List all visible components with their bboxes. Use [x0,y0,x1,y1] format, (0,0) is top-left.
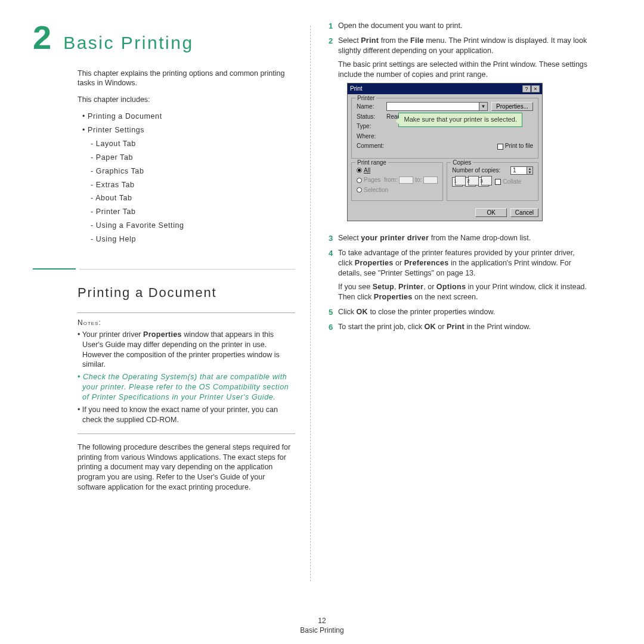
steps-list: 1 Open the document you want to print. 2… [329,21,588,335]
printer-name-dropdown[interactable]: ▼ [386,102,488,111]
page-footer: 12 Basic Printing [0,617,644,634]
running-title: Basic Printing [0,626,644,634]
section-title: Printing a Document [78,284,295,302]
toc-item: Printing a Document [78,112,295,122]
toc-subitem: Using a Favorite Setting [86,221,295,231]
includes-label: This chapter includes: [78,95,295,105]
print-range-label: Print range [355,159,388,167]
toc-subitem: Printer Tab [86,207,295,217]
left-column: 2 Basic Printing This chapter explains t… [33,21,307,581]
printer-group-label: Printer [355,94,376,103]
toc-subitem: Using Help [86,234,295,244]
step: 6 To start the print job, click OK or Pr… [329,322,588,336]
collate-checkbox[interactable] [495,179,501,185]
cancel-button[interactable]: Cancel [510,208,538,217]
notes-label: Notes: [78,318,295,327]
toc-item: Printer Settings [78,125,295,135]
help-icon[interactable]: ? [522,85,531,92]
section-rule [33,268,295,270]
right-column: 1 Open the document you want to print. 2… [314,21,588,581]
step: 5 Click OK to close the printer properti… [329,307,588,321]
notes-box: Notes: Your printer driver Properties wi… [78,312,295,434]
range-pages-radio[interactable] [357,178,362,183]
toc-subitem: Layout Tab [86,139,295,149]
from-input[interactable] [399,177,413,184]
column-divider [310,26,311,581]
chapter-title: Basic Printing [63,31,193,55]
ok-button[interactable]: OK [475,208,506,217]
step: 2 Select Print from the File menu. The P… [329,36,588,233]
dialog-titlebar: Print ?× [348,83,542,94]
note-item-emphasis: Check the Operating System(s) that are c… [78,372,295,402]
toc-subitem: Graphics Tab [86,166,295,177]
chapter-number: 2 [33,21,51,54]
toc-subitem: Extras Tab [86,180,295,190]
chevron-down-icon[interactable]: ▼ [479,103,487,110]
to-input[interactable] [423,177,438,184]
page-number: 12 [0,617,644,625]
closing-para: The following procedure describes the ge… [78,442,295,493]
close-icon[interactable]: × [531,85,540,92]
copies-input[interactable]: 1 [510,166,527,175]
chapter-intro: This chapter explains the printing optio… [78,69,295,89]
chapter-heading: 2 Basic Printing [33,21,295,55]
print-dialog: Print ?× Printer Name: ▼ [347,83,543,221]
copies-group-label: Copies [451,159,473,167]
step: 4 To take advantage of the printer featu… [329,248,588,305]
callout-tip: Make sure that your printer is selected. [398,113,522,127]
range-all-radio[interactable] [357,168,362,173]
toc-list: Printing a Document Printer Settings Lay… [78,112,295,244]
step: 3 Select your printer driver from the Na… [329,233,588,247]
step: 1 Open the document you want to print. [329,21,588,35]
spinner-buttons[interactable]: ▲▼ [527,166,533,175]
range-selection-radio[interactable] [357,187,362,193]
dialog-title: Print [350,85,363,93]
toc-subitem: Paper Tab [86,153,295,163]
note-item: Your printer driver Properties window th… [78,330,295,370]
properties-button[interactable]: Properties... [491,102,533,111]
note-item: If you need to know the exact name of yo… [78,405,295,425]
toc-subitem: About Tab [86,193,295,203]
print-to-file-checkbox[interactable] [497,144,503,150]
